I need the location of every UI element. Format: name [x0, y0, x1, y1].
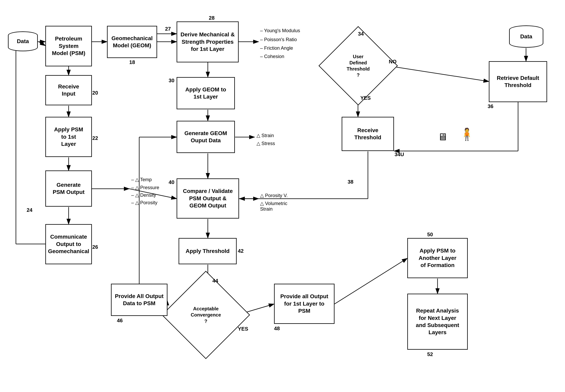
- repeat-box: Repeat Analysis for Next Layer and Subse…: [407, 294, 468, 350]
- label-34u: 34U: [395, 151, 404, 157]
- label-28: 28: [209, 15, 215, 21]
- gen-psm-box: Generate PSM Output: [45, 170, 92, 207]
- label-48: 48: [274, 325, 280, 332]
- receive-threshold-box: Receive Threshold: [342, 117, 394, 151]
- psm-box: Petroleum System Model (PSM): [45, 26, 92, 66]
- receive-input-box: Receive Input: [45, 75, 92, 105]
- data-cylinder-2: Data: [509, 26, 543, 48]
- label-42: 42: [238, 248, 244, 254]
- delta-porosity-label: – △ Porosity: [131, 200, 157, 205]
- label-34: 34: [358, 31, 364, 37]
- gen-geom-box: Generate GEOM Ouput Data: [177, 121, 235, 153]
- user-defined-diamond: User Defined Threshold ?: [330, 38, 386, 94]
- label-52: 52: [427, 351, 433, 357]
- no-label-1: NO: [389, 59, 397, 65]
- yes-label-2: YES: [238, 326, 248, 332]
- delta-strain-label: △ Strain: [256, 133, 274, 138]
- label-38: 38: [348, 179, 353, 185]
- label-18: 18: [129, 59, 135, 65]
- yes-label-1: YES: [360, 95, 371, 101]
- label-30: 30: [169, 77, 174, 84]
- label-40: 40: [169, 179, 174, 185]
- retrieve-threshold-box: Retrieve Default Threshold: [489, 61, 547, 102]
- provide-output-box: Provide all Output for 1st Layer to PSM: [274, 284, 335, 324]
- flowchart-diagram: Data Petroleum System Model (PSM) Geomec…: [0, 0, 565, 392]
- label-26: 26: [92, 244, 98, 250]
- label-36: 36: [488, 103, 493, 110]
- svg-line-28: [386, 66, 489, 82]
- delta-density-label: – △ Density: [131, 192, 156, 198]
- person-icon: 🧍: [459, 127, 474, 141]
- apply-psm1-box: Apply PSM to 1st Layer: [45, 117, 92, 157]
- label-22: 22: [92, 135, 98, 141]
- provide-all-box: Provide All Output Data to PSM: [111, 284, 167, 316]
- poissons-ratio-label: – Poisson's Ratio: [260, 37, 297, 42]
- friction-angle-label: – Friction Angle: [260, 45, 293, 51]
- label-50: 50: [427, 231, 433, 238]
- svg-line-35: [335, 258, 407, 304]
- label-20: 20: [92, 90, 98, 96]
- apply-psm2-box: Apply PSM to Another Layer of Formation: [407, 238, 468, 278]
- label-24: 24: [27, 207, 32, 213]
- geom-box: Geomechanical Model (GEOM): [107, 26, 157, 58]
- delta-stress-label: △ Stress: [256, 141, 275, 146]
- volumetric-strain-label: △ VolumetricStrain: [260, 201, 287, 212]
- label-44: 44: [212, 278, 218, 284]
- youngs-modulus-label: – Young's Modulus: [260, 28, 300, 33]
- communicate-box: Communicate Output to Geomechanical: [45, 224, 92, 264]
- cohesion-label: – Cohesion: [260, 54, 284, 59]
- compare-box: Compare / Validate PSM Output & GEOM Out…: [177, 178, 239, 219]
- derive-box: Derive Mechanical & Strength Properties …: [177, 21, 239, 62]
- delta-temp-label: – △ Temp: [131, 177, 152, 182]
- label-46: 46: [117, 318, 123, 324]
- apply-geom-box: Apply GEOM to 1st Layer: [177, 77, 235, 109]
- apply-threshold-box: Apply Threshold: [178, 238, 237, 264]
- label-27: 27: [165, 26, 171, 32]
- acceptable-convergence-diamond: Acceptable Convergence ?: [175, 284, 237, 346]
- data-cylinder-1: Data: [8, 31, 38, 51]
- monitor-icon: 🖥: [438, 131, 447, 143]
- delta-pressure-label: – △ Pressure: [131, 185, 159, 190]
- porosity-v-label: △ Porosity V.: [260, 193, 288, 198]
- svg-line-2: [39, 42, 45, 46]
